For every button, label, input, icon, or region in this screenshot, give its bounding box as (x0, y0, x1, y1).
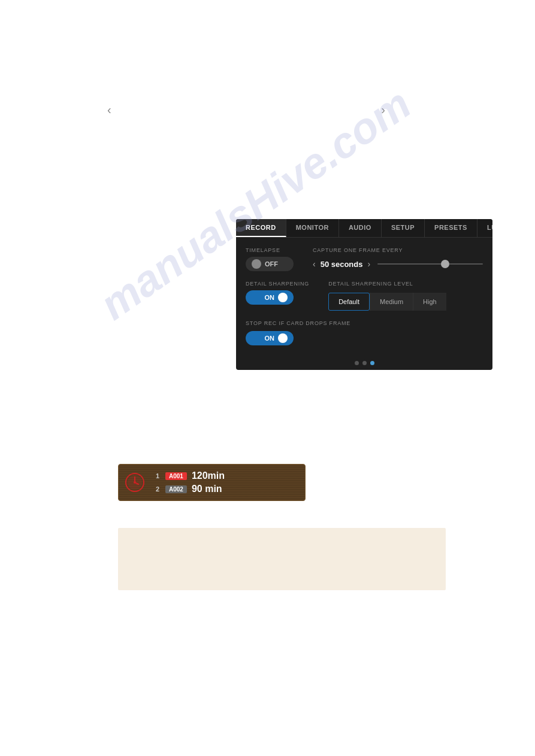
tab-setup[interactable]: SETUP (382, 219, 425, 237)
media-slots: 1 A001 120min 2 A002 90 min (151, 467, 229, 498)
svg-point-4 (134, 481, 136, 484)
media-icon-area (119, 467, 151, 497)
level-btn-medium[interactable]: Medium (370, 293, 413, 311)
capture-slider[interactable] (377, 263, 483, 265)
tab-bar: RECORD MONITOR AUDIO SETUP PRESETS LUTS (236, 219, 492, 238)
slot-1-badge: A001 (165, 472, 187, 480)
detail-sharpening-toggle-circle (278, 293, 288, 302)
timelapse-toggle-circle (252, 259, 261, 269)
dot-2[interactable] (362, 361, 367, 365)
timelapse-row: TIMELAPSE OFF CAPTURE ONE FRAME EVERY ‹ … (246, 247, 483, 271)
stop-rec-label: STOP REC IF CARD DROPS FRAME (246, 320, 483, 326)
slot-2-time: 90 min (192, 484, 222, 494)
panel-content: TIMELAPSE OFF CAPTURE ONE FRAME EVERY ‹ … (236, 238, 492, 355)
timelapse-group: TIMELAPSE OFF (246, 247, 294, 271)
stop-rec-row: STOP REC IF CARD DROPS FRAME ON (246, 320, 483, 345)
capture-control: ‹ 50 seconds › (313, 259, 483, 269)
timelapse-label: TIMELAPSE (246, 247, 294, 253)
slot-2-number: 2 (156, 485, 162, 493)
tab-presets[interactable]: PRESETS (425, 219, 477, 237)
capture-group: CAPTURE ONE FRAME EVERY ‹ 50 seconds › (313, 247, 483, 269)
stop-rec-toggle[interactable]: ON (246, 331, 294, 345)
sharpening-row: DETAIL SHARPENING ON DETAIL SHARPENING L… (246, 281, 483, 311)
capture-label: CAPTURE ONE FRAME EVERY (313, 247, 483, 253)
dot-1[interactable] (355, 361, 359, 365)
tab-audio[interactable]: AUDIO (339, 219, 382, 237)
cream-box (118, 528, 446, 590)
dot-indicators (236, 355, 492, 370)
level-buttons: Default Medium High (328, 293, 446, 311)
sharpening-level-label: DETAIL SHARPENING LEVEL (328, 281, 446, 287)
capture-slider-thumb[interactable] (441, 260, 449, 268)
stop-rec-toggle-label: ON (265, 335, 275, 342)
level-btn-default[interactable]: Default (328, 293, 370, 311)
sharpening-level-group: DETAIL SHARPENING LEVEL Default Medium H… (328, 281, 446, 311)
slot-1-time: 120min (192, 470, 225, 481)
settings-panel: RECORD MONITOR AUDIO SETUP PRESETS LUTS … (236, 219, 492, 370)
tab-record[interactable]: RECORD (236, 219, 286, 237)
timelapse-toggle[interactable]: OFF (246, 257, 294, 271)
dot-3[interactable] (370, 361, 374, 365)
media-slot-2: 2 A002 90 min (156, 484, 225, 494)
detail-sharpening-toggle-label: ON (265, 294, 275, 301)
clock-icon (125, 472, 145, 493)
panel-nav-right-arrow[interactable]: › (381, 103, 385, 117)
detail-sharpening-toggle[interactable]: ON (246, 290, 294, 305)
media-slot-1: 1 A001 120min (156, 470, 225, 481)
stop-rec-toggle-circle (278, 333, 288, 343)
capture-next-arrow[interactable]: › (368, 259, 371, 269)
detail-sharpening-group: DETAIL SHARPENING ON (246, 281, 309, 305)
slot-1-number: 1 (156, 472, 162, 479)
tab-luts[interactable]: LUTS (477, 219, 492, 237)
capture-value: 50 seconds (321, 260, 363, 269)
panel-nav-left-arrow[interactable]: ‹ (107, 103, 111, 117)
capture-prev-arrow[interactable]: ‹ (313, 259, 316, 269)
timelapse-toggle-label: OFF (265, 260, 278, 268)
media-bar: 1 A001 120min 2 A002 90 min (118, 464, 306, 501)
detail-sharpening-label: DETAIL SHARPENING (246, 281, 309, 287)
tab-monitor[interactable]: MONITOR (286, 219, 339, 237)
slot-2-badge: A002 (165, 485, 187, 493)
level-btn-high[interactable]: High (413, 293, 446, 311)
